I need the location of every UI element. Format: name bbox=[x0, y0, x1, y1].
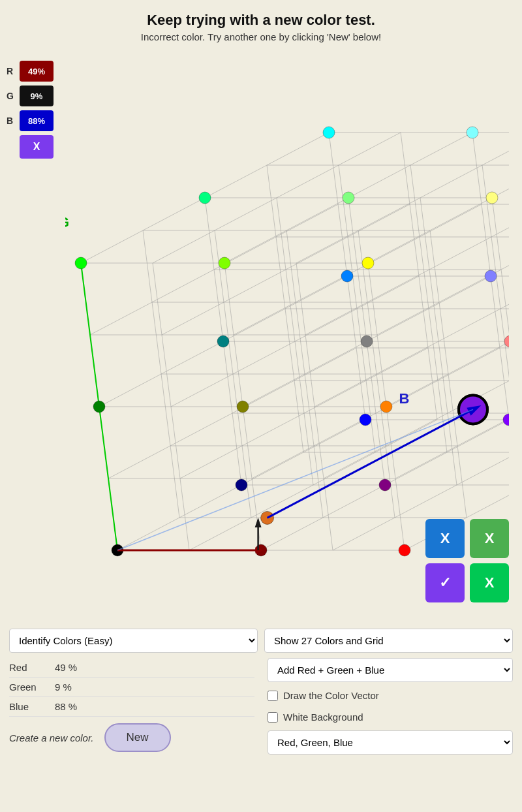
new-button[interactable]: New bbox=[104, 723, 171, 752]
new-color-label: Create a new color. bbox=[9, 732, 94, 743]
btn-green-med-x[interactable]: X bbox=[470, 563, 509, 602]
green-swatch: G 9% bbox=[7, 86, 65, 106]
x-button-swatch[interactable]: X bbox=[20, 135, 54, 159]
draw-vector-row: Draw the Color Vector bbox=[268, 687, 513, 704]
green-cv-value: 9 % bbox=[55, 681, 72, 693]
bottom-left: Red 49 % Green 9 % Blue 88 % Create a ne… bbox=[9, 658, 254, 755]
red-value-row: Red 49 % bbox=[9, 658, 254, 678]
canvas-area: X X ✓ X bbox=[65, 54, 515, 622]
draw-vector-label: Draw the Color Vector bbox=[283, 690, 379, 701]
green-value-row: Green 9 % bbox=[9, 678, 254, 697]
axes-select[interactable]: Red, Green, Blue Red, Blue, Green Green,… bbox=[268, 730, 513, 755]
bottom-row1: Identify Colors (Easy) Identify Colors (… bbox=[9, 629, 513, 653]
btn-purple-check[interactable]: ✓ bbox=[425, 563, 465, 602]
btn-green-x[interactable]: X bbox=[470, 519, 509, 558]
blue-cv-label: Blue bbox=[9, 701, 55, 712]
mode-select[interactable]: Identify Colors (Easy) Identify Colors (… bbox=[9, 629, 258, 653]
btn-blue-x[interactable]: X bbox=[425, 519, 465, 558]
white-bg-row: White Background bbox=[268, 709, 513, 725]
red-swatch: R 49% bbox=[7, 61, 65, 82]
blue-swatch: B 88% bbox=[7, 110, 65, 131]
red-cv-value: 49 % bbox=[55, 662, 77, 673]
left-panel: R 49% G 9% B 88% X bbox=[7, 54, 65, 622]
display-select[interactable]: Show 27 Colors and Grid Show 8 Colors Sh… bbox=[264, 629, 513, 653]
blue-label: B bbox=[7, 116, 16, 126]
blue-box: 88% bbox=[20, 110, 54, 131]
red-box: 49% bbox=[20, 61, 54, 82]
green-label: G bbox=[7, 91, 16, 101]
blue-cv-value: 88 % bbox=[55, 701, 77, 712]
red-cv-label: Red bbox=[9, 662, 55, 673]
blue-value-row: Blue 88 % bbox=[9, 697, 254, 717]
grid-buttons: X X ✓ X bbox=[425, 519, 509, 602]
white-bg-checkbox[interactable] bbox=[268, 712, 278, 723]
green-cv-label: Green bbox=[9, 681, 55, 693]
green-box: 9% bbox=[20, 86, 54, 106]
page-subtitle: Incorrect color. Try another one by clic… bbox=[13, 31, 509, 42]
bottom-right: Add Red + Green + Blue Multiply Red * Gr… bbox=[268, 658, 513, 755]
add-mode-select[interactable]: Add Red + Green + Blue Multiply Red * Gr… bbox=[268, 658, 513, 682]
bottom-row2: Red 49 % Green 9 % Blue 88 % Create a ne… bbox=[9, 658, 513, 755]
white-bg-label: White Background bbox=[283, 711, 363, 723]
page-title: Keep trying with a new color test. bbox=[13, 12, 509, 29]
bottom-panel: Identify Colors (Easy) Identify Colors (… bbox=[0, 622, 522, 761]
red-label: R bbox=[7, 66, 16, 76]
draw-vector-checkbox[interactable] bbox=[268, 691, 278, 701]
new-color-row: Create a new color. New bbox=[9, 717, 254, 755]
page-header: Keep trying with a new color test. Incor… bbox=[0, 0, 522, 48]
